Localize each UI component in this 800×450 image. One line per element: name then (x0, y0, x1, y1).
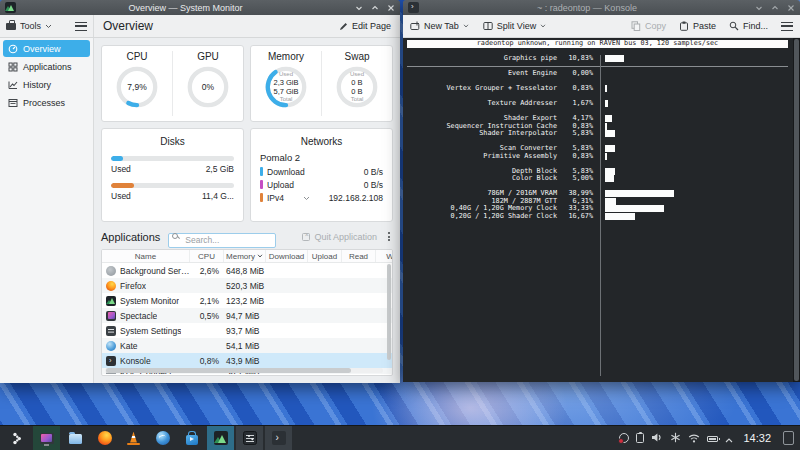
taskbar-task-spectacle[interactable] (33, 426, 60, 450)
terminal-line (407, 93, 800, 101)
mixer-sliders-icon (243, 431, 257, 445)
wifi-icon[interactable] (688, 429, 700, 447)
swap-gauge: Swap Used 0 B 0 B Total (321, 51, 392, 116)
paste-button[interactable]: Paste (679, 21, 716, 31)
new-tab-button[interactable]: New Tab (410, 21, 469, 31)
menu-icon[interactable] (75, 22, 87, 31)
ipv4-color-chip (260, 193, 263, 202)
table-row[interactable]: System Settings93,7 MiB (102, 323, 392, 338)
column-header-cpu[interactable]: CPU (190, 250, 224, 262)
titlebar[interactable]: Overview — System Monitor (0, 0, 400, 15)
maximize-button[interactable] (371, 4, 379, 12)
konsole-icon (106, 356, 116, 366)
minimize-button[interactable] (755, 4, 763, 12)
table-row[interactable]: Firefox520,3 MiB (102, 278, 392, 293)
column-header-read[interactable]: Read (342, 250, 376, 262)
dolphin-folder-icon (69, 434, 82, 444)
background-services-icon (106, 266, 116, 276)
firefox-icon (106, 281, 116, 291)
table-row[interactable]: Background Servic...2,6%648,8 MiB (102, 263, 392, 278)
terminal-line: Texture Addresser1,67% (407, 100, 800, 108)
swap-total: 0 B (351, 87, 362, 96)
asterisk-tray-icon[interactable] (670, 429, 681, 447)
table-row[interactable]: System Monitor2,1%123,2 MiB (102, 293, 392, 308)
sidebar-item-overview[interactable]: Overview (3, 40, 90, 57)
system-tray: 14:32 (619, 429, 796, 447)
show-desktop-widget[interactable] (783, 431, 794, 445)
network-device-name: Pomalo 2 (260, 152, 383, 163)
terminal-scrollbar[interactable] (793, 38, 800, 382)
edit-page-button[interactable]: Edit Page (339, 21, 391, 31)
copy-icon (631, 21, 641, 31)
sidebar-item-history[interactable]: History (3, 76, 90, 93)
close-button[interactable] (787, 4, 795, 12)
kate-icon (106, 341, 116, 351)
sort-descending-icon (257, 254, 263, 258)
tools-button[interactable]: Tools (20, 21, 41, 31)
table-row[interactable]: Spectacle0,5%94,7 MiB (102, 308, 392, 323)
vlc-cone-icon (127, 432, 140, 445)
search-field[interactable] (168, 229, 276, 244)
applications-section: Applications Quit Application Name CPU (101, 228, 393, 376)
mic-indicator-icon[interactable] (619, 433, 629, 443)
maximize-button[interactable] (771, 4, 779, 12)
find-button[interactable]: Find... (729, 21, 768, 31)
column-header-memory[interactable]: Memory (224, 250, 266, 262)
page-title: Overview (103, 19, 153, 33)
column-header-write[interactable]: Write (376, 250, 393, 262)
column-header-upload[interactable]: Upload (308, 250, 342, 262)
chevron-down-icon[interactable] (288, 193, 325, 203)
table-row[interactable]: Kate54,1 MiB (102, 338, 392, 353)
upload-color-chip (260, 180, 263, 189)
system-monitor-window: Overview — System Monitor Tools Overview… (0, 0, 400, 383)
copy-button[interactable]: Copy (631, 21, 666, 31)
menu-icon[interactable] (781, 22, 793, 31)
minimize-button[interactable] (355, 4, 363, 12)
table-row[interactable]: Konsole0,8%43,9 MiB (102, 353, 392, 368)
terminal-line: Color Block5,00% (407, 175, 800, 183)
app-table-body: Background Servic...2,6%648,8 MiBFirefox… (102, 263, 392, 374)
overflow-menu-icon[interactable] (385, 232, 393, 241)
terminal[interactable]: radeontop unknown, running on RAVEN bus … (403, 38, 800, 382)
taskbar-task-firefox[interactable] (91, 426, 118, 450)
memory-total: 5,7 GiB (273, 87, 298, 96)
system-monitor-icon (106, 296, 116, 306)
battery-icon[interactable] (707, 436, 718, 442)
split-view-button[interactable]: Split View (483, 21, 546, 31)
terminal-line: Event Engine0,00% (407, 70, 800, 78)
column-header-download[interactable]: Download (266, 250, 308, 262)
window-title: Overview — System Monitor (20, 3, 351, 13)
clock[interactable]: 14:32 (743, 432, 771, 444)
konsole-toolbar: New Tab Split View Copy Paste Find... (403, 15, 800, 38)
taskbar-task-discover[interactable] (178, 426, 205, 450)
taskbar-task-blue-globe-app[interactable] (149, 426, 176, 450)
taskbar-task-konsole[interactable] (265, 426, 292, 450)
taskbar-task-audio-mixer[interactable] (236, 426, 263, 450)
taskbar: 14:32 (0, 425, 800, 450)
overview-content: CPU 7,9% GPU 0% (94, 38, 400, 383)
chevron-down-icon (540, 24, 546, 28)
column-header-name[interactable]: Name (102, 250, 190, 262)
terminal-line (407, 183, 800, 191)
search-icon (172, 233, 178, 239)
expand-tray-chevron-icon[interactable] (725, 429, 733, 447)
disk-1-value: 11,4 G... (202, 191, 234, 201)
vertical-scrollbar[interactable] (387, 264, 391, 360)
taskbar-task-dolphin[interactable] (62, 426, 89, 450)
sidebar-item-processes[interactable]: Processes (3, 94, 90, 111)
system-monitor-app-icon (5, 2, 16, 13)
clipboard-icon[interactable] (636, 433, 644, 443)
quit-application-button[interactable]: Quit Application (302, 232, 377, 242)
taskbar-task-system-monitor[interactable] (207, 426, 234, 450)
terminal-line: Graphics pipe10,83% (407, 55, 800, 63)
search-input[interactable] (168, 233, 276, 248)
titlebar[interactable]: ~ : radeontop — Konsole (403, 0, 800, 15)
horizontal-scrollbar[interactable] (105, 368, 383, 373)
taskbar-task-vlc[interactable] (120, 426, 147, 450)
sidebar-item-applications[interactable]: Applications (3, 58, 90, 75)
volume-icon[interactable] (651, 429, 663, 447)
cpu-gauge: CPU 7,9% (102, 51, 172, 116)
terminal-line: Shader Interpolator5,83% (407, 130, 800, 138)
close-button[interactable] (387, 4, 395, 12)
application-launcher-button[interactable] (4, 426, 31, 450)
